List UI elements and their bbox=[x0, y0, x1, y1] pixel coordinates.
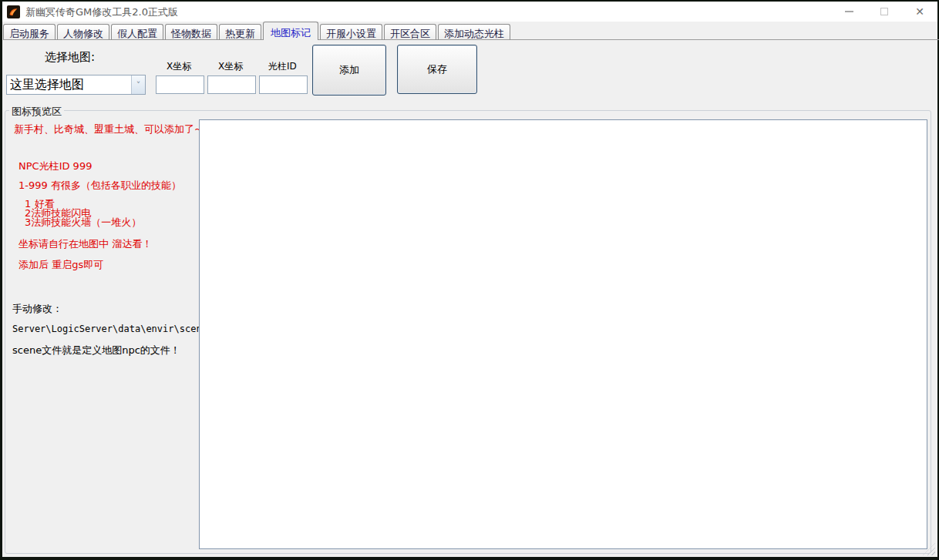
maximize-button[interactable] bbox=[867, 2, 902, 22]
note-manual-edit: 手动修改： bbox=[12, 302, 62, 316]
tab-map-marker[interactable]: 地图标记 bbox=[263, 22, 318, 40]
note-coordinates-tip: 坐标请自行在地图中 溜达看！ bbox=[19, 237, 152, 251]
pillar-id-input[interactable] bbox=[259, 75, 308, 94]
note-scene-desc: scene文件就是定义地图npc的文件！ bbox=[12, 344, 180, 357]
map-combobox[interactable]: 这里选择地图 ˅ bbox=[6, 75, 146, 95]
tab-monster-data[interactable]: 怪物数据 bbox=[165, 24, 217, 40]
tab-character-edit[interactable]: 人物修改 bbox=[57, 24, 109, 40]
close-icon: ✕ bbox=[915, 6, 924, 17]
window-body: 新幽冥传奇GM修改工具2.0正式版 ✕ 启动服务 人物修改 假人配置 怪物数据 … bbox=[2, 2, 937, 557]
titlebar: 新幽冥传奇GM修改工具2.0正式版 ✕ bbox=[2, 2, 937, 22]
app-icon bbox=[7, 5, 20, 18]
minimize-button[interactable] bbox=[831, 2, 867, 22]
add-button[interactable]: 添加 bbox=[312, 45, 386, 96]
app-window: 新幽冥传奇GM修改工具2.0正式版 ✕ 启动服务 人物修改 假人配置 怪物数据 … bbox=[0, 0, 939, 560]
save-button[interactable]: 保存 bbox=[397, 45, 477, 94]
tab-start-service[interactable]: 启动服务 bbox=[3, 24, 56, 40]
note-maps-addable: 新手村、比奇城、盟重土城、可以添加了~ bbox=[14, 122, 203, 136]
pillar-id-label: 光柱ID bbox=[268, 60, 297, 73]
x2-coordinate-label: X坐标 bbox=[218, 60, 243, 73]
tab-server-settings[interactable]: 开服小设置 bbox=[320, 24, 382, 40]
note-id-range: 1-999 有很多（包括各职业的技能） bbox=[19, 179, 181, 193]
tab-hot-update[interactable]: 热更新 bbox=[219, 24, 261, 40]
x2-coordinate-input[interactable] bbox=[207, 75, 256, 94]
map-combobox-value: 这里选择地图 bbox=[7, 77, 131, 93]
icon-preview-panel[interactable] bbox=[199, 119, 927, 549]
note-scene-path: Server\LogicServer\data\envir\scene bbox=[12, 324, 207, 334]
chevron-down-icon: ˅ bbox=[136, 81, 141, 89]
maximize-icon bbox=[880, 8, 888, 15]
x-coordinate-label: X坐标 bbox=[167, 60, 191, 73]
window-title: 新幽冥传奇GM修改工具2.0正式版 bbox=[25, 5, 178, 19]
groupbox-label: 图标预览区 bbox=[9, 105, 64, 119]
select-map-label: 选择地图: bbox=[45, 50, 95, 65]
minimize-icon bbox=[845, 11, 853, 12]
window-controls: ✕ bbox=[831, 2, 937, 22]
note-restart-gs: 添加后 重启gs即可 bbox=[19, 258, 103, 272]
note-npc-pillar-id: NPC光柱ID 999 bbox=[19, 159, 92, 173]
close-button[interactable]: ✕ bbox=[902, 2, 937, 22]
tab-dummy-config[interactable]: 假人配置 bbox=[111, 24, 163, 40]
tab-dynamic-pillar[interactable]: 添加动态光柱 bbox=[438, 24, 510, 40]
x-coordinate-input[interactable] bbox=[156, 75, 204, 94]
combobox-dropdown-button[interactable]: ˅ bbox=[131, 75, 145, 94]
note-effect-3: 3法师技能火墙（一堆火） bbox=[25, 216, 141, 230]
tab-bar: 启动服务 人物修改 假人配置 怪物数据 热更新 地图标记 开服小设置 开区合区 … bbox=[3, 22, 512, 40]
tab-zone-merge[interactable]: 开区合区 bbox=[384, 24, 436, 40]
